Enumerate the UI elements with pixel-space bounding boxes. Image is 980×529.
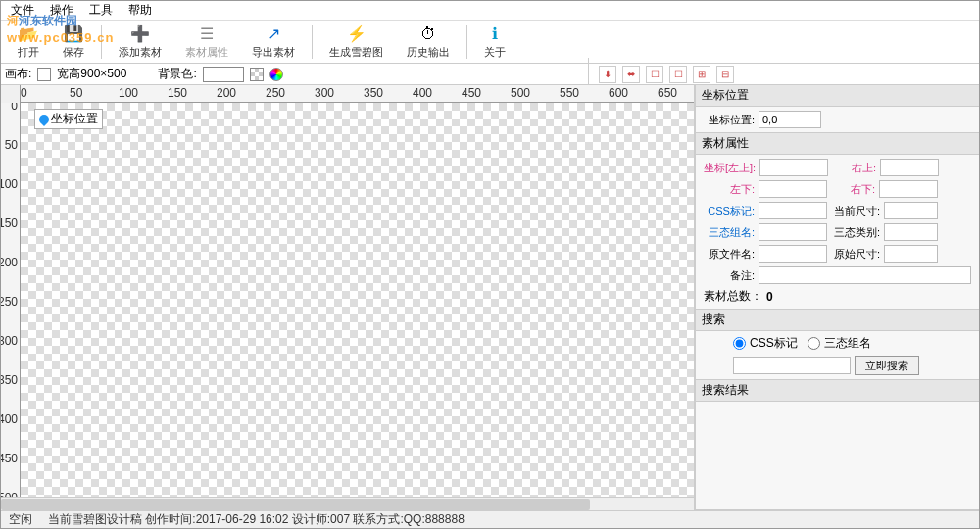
canvas-icon[interactable] bbox=[37, 68, 51, 81]
search-by-tri-label: 三态组名 bbox=[824, 335, 871, 352]
bottom-left-input[interactable] bbox=[759, 180, 827, 198]
canvas[interactable]: 坐标位置 bbox=[21, 103, 694, 497]
bottom-right-input[interactable] bbox=[879, 180, 938, 198]
results-section-title: 搜索结果 bbox=[696, 380, 979, 402]
scrollbar-thumb[interactable] bbox=[1, 499, 590, 510]
bg-label: 背景色: bbox=[158, 66, 196, 82]
menu-operate[interactable]: 操作 bbox=[44, 1, 79, 20]
count-label: 素材总数： bbox=[704, 288, 762, 305]
distribute-h-icon[interactable]: ⊞ bbox=[693, 66, 710, 83]
css-input[interactable] bbox=[759, 202, 827, 219]
results-section: 搜索结果 bbox=[696, 380, 979, 510]
top-right-input[interactable] bbox=[880, 159, 939, 176]
tri-type-input[interactable] bbox=[884, 223, 938, 241]
open-button[interactable]: 📂打开 bbox=[7, 22, 50, 63]
generate-sprite-button[interactable]: ⚡生成雪碧图 bbox=[318, 22, 394, 63]
disk-icon: 💾 bbox=[64, 24, 83, 44]
coord-pin[interactable]: 坐标位置 bbox=[34, 109, 103, 129]
search-input[interactable] bbox=[733, 357, 851, 374]
canvas-size: 宽高900×500 bbox=[57, 66, 126, 82]
separator bbox=[101, 25, 102, 59]
bottom-left-label: 左下: bbox=[704, 182, 755, 197]
top-left-input[interactable] bbox=[760, 159, 828, 176]
main-area: 0501001502002503003504004505005506006507… bbox=[1, 85, 979, 510]
plus-icon: ➕ bbox=[130, 24, 150, 44]
horizontal-scrollbar[interactable] bbox=[1, 497, 694, 510]
menu-file[interactable]: 文件 bbox=[5, 1, 40, 20]
status-info: 当前雪碧图设计稿 创作时间:2017-06-29 16:02 设计师:007 联… bbox=[48, 511, 465, 528]
toolbar: 📂打开 💾保存 ➕添加素材 ☰素材属性 ↗导出素材 ⚡生成雪碧图 ⏱历史输出 ℹ… bbox=[1, 21, 979, 64]
distribute-v-icon[interactable]: ⊟ bbox=[716, 66, 734, 83]
about-button[interactable]: ℹ关于 bbox=[473, 22, 516, 63]
menu-help[interactable]: 帮助 bbox=[122, 1, 158, 20]
remark-label: 备注: bbox=[704, 268, 755, 283]
add-resource-button[interactable]: ➕添加素材 bbox=[108, 22, 172, 63]
search-section-title: 搜索 bbox=[696, 310, 979, 331]
resource-props-button[interactable]: ☰素材属性 bbox=[174, 22, 239, 63]
menu-tool[interactable]: 工具 bbox=[83, 1, 119, 20]
count-value: 0 bbox=[766, 290, 773, 304]
search-by-tri-radio[interactable] bbox=[808, 337, 820, 350]
coord-section: 坐标位置 坐标位置: bbox=[696, 85, 979, 133]
options-bar: 画布: 宽高900×500 背景色: ⬍ ⬌ ☐ ☐ ⊞ ⊟ bbox=[1, 64, 979, 85]
search-button[interactable]: 立即搜索 bbox=[855, 356, 919, 375]
css-label: CSS标记: bbox=[704, 204, 755, 218]
tri-group-input[interactable] bbox=[759, 223, 827, 241]
canvas-area: 0501001502002503003504004505005506006507… bbox=[1, 85, 695, 510]
lightning-icon: ⚡ bbox=[347, 24, 367, 44]
top-left-label: 坐标[左上]: bbox=[704, 161, 756, 175]
color-picker-icon[interactable] bbox=[270, 68, 283, 81]
orig-size-input[interactable] bbox=[884, 245, 938, 263]
clock-icon: ⏱ bbox=[418, 24, 438, 44]
export-resource-button[interactable]: ↗导出素材 bbox=[241, 22, 306, 63]
align-vert-icon[interactable]: ☐ bbox=[669, 66, 687, 83]
ruler-horizontal: 0501001502002503003504004505005506006507… bbox=[1, 85, 694, 103]
canvas-label: 画布: bbox=[5, 66, 31, 82]
search-by-css-label: CSS标记 bbox=[750, 335, 798, 352]
ruler-vertical: 050100150200250300350400450500 bbox=[1, 103, 21, 497]
align-center-icon[interactable]: ⬌ bbox=[622, 66, 640, 83]
export-icon: ↗ bbox=[264, 24, 283, 44]
save-button[interactable]: 💾保存 bbox=[52, 22, 95, 63]
props-section: 素材属性 坐标[左上]: 右上: 左下: 右下: CSS标记: 当 bbox=[696, 133, 979, 310]
coord-section-title: 坐标位置 bbox=[696, 85, 979, 107]
bg-color-input[interactable] bbox=[203, 67, 244, 82]
coord-input[interactable] bbox=[759, 111, 821, 128]
cur-size-label: 当前尺寸: bbox=[831, 204, 880, 218]
align-left-icon[interactable]: ⬍ bbox=[599, 66, 616, 83]
search-by-css-radio[interactable] bbox=[733, 337, 746, 350]
coord-label: 坐标位置: bbox=[704, 113, 755, 127]
transparent-swatch[interactable] bbox=[250, 68, 264, 81]
remark-input[interactable] bbox=[759, 266, 971, 284]
ruler-corner bbox=[1, 85, 21, 103]
info-icon: ℹ bbox=[485, 24, 505, 44]
tri-group-label: 三态组名: bbox=[704, 225, 755, 240]
side-panel: 坐标位置 坐标位置: 素材属性 坐标[左上]: 右上: 左下: bbox=[695, 85, 979, 510]
search-section: 搜索 CSS标记 三态组名 立即搜索 bbox=[696, 310, 979, 380]
props-section-title: 素材属性 bbox=[696, 133, 979, 155]
folder-icon: 📂 bbox=[19, 24, 38, 44]
tri-type-label: 三态类别: bbox=[831, 225, 880, 240]
orig-file-input[interactable] bbox=[759, 245, 827, 263]
align-horiz-icon[interactable]: ☐ bbox=[646, 66, 663, 83]
top-right-label: 右上: bbox=[832, 161, 876, 175]
orig-size-label: 原始尺寸: bbox=[831, 247, 880, 262]
separator bbox=[312, 25, 313, 59]
separator bbox=[466, 25, 467, 59]
history-output-button[interactable]: ⏱历史输出 bbox=[396, 22, 461, 63]
status-bar: 空闲 当前雪碧图设计稿 创作时间:2017-06-29 16:02 设计师:00… bbox=[1, 510, 979, 528]
bottom-right-label: 右下: bbox=[831, 182, 875, 197]
menubar: 文件 操作 工具 帮助 bbox=[1, 1, 979, 21]
status-idle: 空闲 bbox=[9, 511, 32, 528]
list-icon: ☰ bbox=[197, 24, 217, 44]
results-body bbox=[696, 402, 979, 409]
orig-file-label: 原文件名: bbox=[704, 247, 755, 262]
cur-size-input[interactable] bbox=[884, 202, 938, 219]
